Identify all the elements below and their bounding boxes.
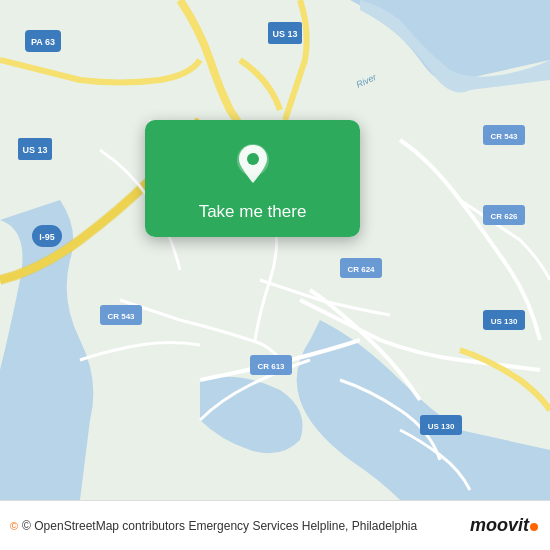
take-me-there-button[interactable]: Take me there	[199, 202, 307, 222]
footer-left: © © OpenStreetMap contributors Emergency…	[10, 519, 417, 533]
map-container[interactable]: PA 63 US 13 US 13 I-95 CR 543 CR 626 CR …	[0, 0, 550, 500]
svg-text:US 130: US 130	[491, 317, 518, 326]
svg-text:CR 543: CR 543	[107, 312, 135, 321]
svg-text:US 130: US 130	[428, 422, 455, 431]
svg-text:CR 543: CR 543	[490, 132, 518, 141]
svg-text:CR 624: CR 624	[347, 265, 375, 274]
popup-green-area: Take me there	[145, 120, 360, 237]
popup-card: Take me there	[145, 120, 360, 237]
map-background: PA 63 US 13 US 13 I-95 CR 543 CR 626 CR …	[0, 0, 550, 500]
footer-attribution: © OpenStreetMap contributors Emergency S…	[22, 519, 417, 533]
svg-text:CR 626: CR 626	[490, 212, 518, 221]
svg-text:US 13: US 13	[22, 145, 47, 155]
osm-text: © OpenStreetMap contributors	[22, 519, 185, 533]
moovit-brand-text: moovit	[470, 515, 538, 536]
svg-text:CR 613: CR 613	[257, 362, 285, 371]
location-pin-icon	[233, 140, 273, 194]
svg-text:US 13: US 13	[272, 29, 297, 39]
location-text: Emergency Services Helpline, Philadelphi…	[188, 519, 417, 533]
osm-copyright-icon: ©	[10, 520, 18, 532]
svg-text:I-95: I-95	[39, 232, 55, 242]
svg-point-27	[247, 153, 259, 165]
moovit-dot	[530, 523, 538, 531]
moovit-word: moovit	[470, 515, 529, 535]
moovit-logo: moovit	[470, 515, 538, 536]
svg-text:PA 63: PA 63	[31, 37, 55, 47]
footer: © © OpenStreetMap contributors Emergency…	[0, 500, 550, 550]
